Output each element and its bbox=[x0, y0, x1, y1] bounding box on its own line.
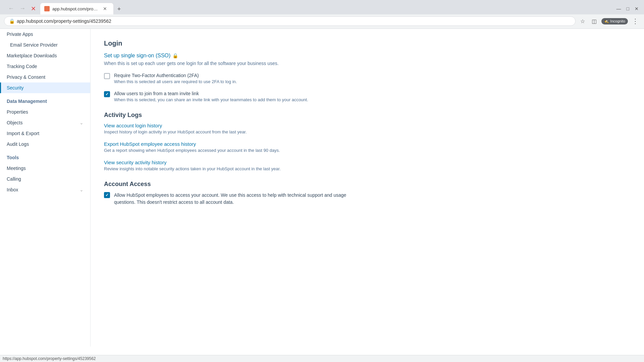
incognito-badge: 🕵 Incognito bbox=[601, 18, 628, 24]
sidebar-item-objects[interactable]: Objects ⌄ bbox=[0, 117, 90, 128]
activity-logs-section-heading: Activity Logs bbox=[104, 112, 631, 119]
browser-forward-button[interactable]: → bbox=[18, 4, 27, 13]
team-invite-desc: When this is selected, you can share an … bbox=[114, 97, 308, 102]
account-access-section-heading: Account Access bbox=[104, 181, 631, 188]
hubspot-access-label-group: Allow HubSpot employees to access your a… bbox=[114, 192, 349, 206]
hubspot-access-title: Allow HubSpot employees to access your a… bbox=[114, 192, 349, 206]
two-factor-auth-title: Require Two-Factor Authentication (2FA) bbox=[114, 73, 237, 78]
security-history-item: View security activity history Review in… bbox=[104, 160, 631, 171]
employee-access-item: Export HubSpot employee access history G… bbox=[104, 141, 631, 153]
sidebar-item-security[interactable]: Security bbox=[0, 82, 90, 93]
browser-chrome: ← → ✕ app.hubspot.com/property-set... ✕ … bbox=[0, 0, 644, 29]
login-history-desc: Inspect history of login activity in you… bbox=[104, 129, 631, 134]
tab-favicon bbox=[44, 6, 50, 11]
incognito-icon: 🕵 bbox=[604, 19, 609, 23]
hubspot-access-checkbox[interactable] bbox=[104, 192, 110, 198]
browser-minimize-button[interactable]: — bbox=[615, 5, 623, 13]
chevron-down-icon-inbox: ⌄ bbox=[79, 187, 84, 192]
team-invite-checkbox[interactable] bbox=[104, 91, 110, 97]
lock-icon: 🔒 bbox=[172, 53, 178, 58]
two-factor-auth-label-group: Require Two-Factor Authentication (2FA) … bbox=[114, 73, 237, 84]
sidebar-section-data-management: Data Management bbox=[0, 93, 90, 107]
main-content: Login Set up single sign-on (SSO) 🔒 When… bbox=[91, 29, 644, 347]
sidebar-item-tracking-code[interactable]: Tracking Code bbox=[0, 61, 90, 72]
tab-title: app.hubspot.com/property-set... bbox=[52, 6, 99, 11]
employee-access-link[interactable]: Export HubSpot employee access history bbox=[104, 141, 196, 147]
address-bar-row: 🔒 ☆ ◫ 🕵 Incognito ⋮ bbox=[0, 14, 644, 28]
sidebar: Private Apps Email Service Provider Mark… bbox=[0, 29, 91, 347]
tab-bar: ← → ✕ app.hubspot.com/property-set... ✕ … bbox=[0, 0, 644, 14]
browser-maximize-button[interactable]: □ bbox=[625, 5, 631, 13]
team-invite-label-group: Allow users to join from a team invite l… bbox=[114, 91, 308, 102]
new-tab-button[interactable]: + bbox=[114, 4, 124, 14]
team-invite-title: Allow users to join from a team invite l… bbox=[114, 91, 308, 96]
employee-access-desc: Get a report showing when HubSpot employ… bbox=[104, 148, 631, 153]
sso-description: When this is set up each user gets one l… bbox=[104, 61, 631, 66]
sidebar-item-privacy-consent[interactable]: Privacy & Consent bbox=[0, 72, 90, 82]
chevron-down-icon: ⌄ bbox=[79, 120, 84, 125]
browser-close-button[interactable]: ✕ bbox=[633, 5, 640, 13]
url-input[interactable] bbox=[17, 18, 571, 24]
login-history-link[interactable]: View account login history bbox=[104, 123, 162, 128]
hubspot-access-row: Allow HubSpot employees to access your a… bbox=[104, 192, 631, 206]
security-icon: 🔒 bbox=[9, 18, 15, 24]
active-tab[interactable]: app.hubspot.com/property-set... ✕ bbox=[40, 3, 114, 14]
sidebar-section-tools: Tools bbox=[0, 149, 90, 163]
two-factor-auth-desc: When this is selected all users are requ… bbox=[114, 79, 237, 84]
two-factor-auth-row: Require Two-Factor Authentication (2FA) … bbox=[104, 73, 631, 84]
sidebar-item-meetings[interactable]: Meetings bbox=[0, 163, 90, 174]
security-history-desc: Review insights into notable security ac… bbox=[104, 166, 631, 171]
extension-button[interactable]: ◫ bbox=[590, 17, 599, 26]
sidebar-item-marketplace-downloads[interactable]: Marketplace Downloads bbox=[0, 50, 90, 61]
app-layout: Private Apps Email Service Provider Mark… bbox=[0, 29, 644, 347]
sso-link[interactable]: Set up single sign-on (SSO) 🔒 bbox=[104, 53, 178, 59]
browser-reload-button[interactable]: ✕ bbox=[30, 4, 37, 14]
browser-menu-button[interactable]: ⋮ bbox=[631, 16, 640, 26]
sidebar-item-properties[interactable]: Properties bbox=[0, 107, 90, 117]
sidebar-item-email-service-provider[interactable]: Email Service Provider bbox=[0, 40, 90, 50]
login-section-heading: Login bbox=[104, 40, 631, 47]
sidebar-item-inbox[interactable]: Inbox ⌄ bbox=[0, 184, 90, 195]
tab-list: app.hubspot.com/property-set... ✕ + bbox=[40, 3, 124, 14]
sidebar-item-audit-logs[interactable]: Audit Logs bbox=[0, 139, 90, 149]
two-factor-auth-checkbox[interactable] bbox=[104, 73, 110, 79]
tab-close-button[interactable]: ✕ bbox=[102, 6, 108, 12]
browser-back-button[interactable]: ← bbox=[7, 4, 15, 13]
login-history-item: View account login history Inspect histo… bbox=[104, 123, 631, 134]
bookmark-button[interactable]: ☆ bbox=[578, 17, 587, 26]
security-history-link[interactable]: View security activity history bbox=[104, 160, 166, 165]
address-bar[interactable]: 🔒 bbox=[4, 16, 576, 26]
team-invite-row: Allow users to join from a team invite l… bbox=[104, 91, 631, 102]
sidebar-item-calling[interactable]: Calling bbox=[0, 174, 90, 184]
sidebar-item-private-apps[interactable]: Private Apps bbox=[0, 29, 90, 40]
sidebar-item-import-export[interactable]: Import & Export bbox=[0, 128, 90, 139]
